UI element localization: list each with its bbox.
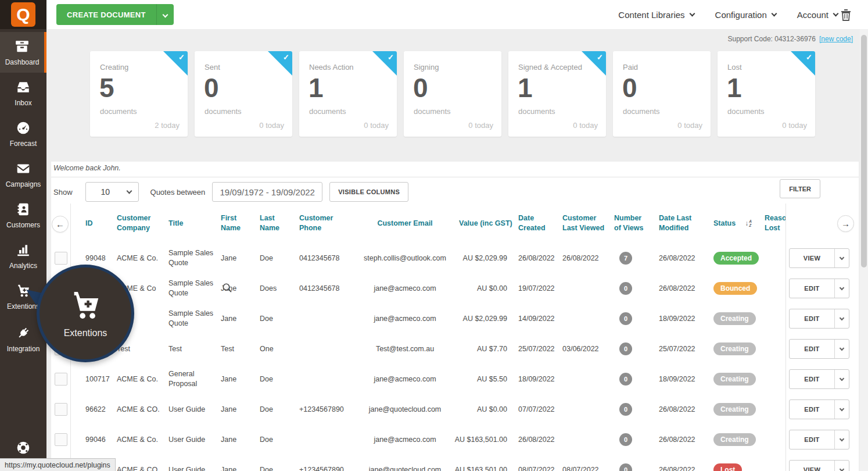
col-header-status[interactable]: Status ↓ AZ	[693, 219, 756, 229]
cart-plus-icon	[69, 288, 102, 322]
row-action-button[interactable]: EDIT	[789, 430, 849, 449]
col-header-id[interactable]: ID	[70, 219, 106, 229]
row-action-dropdown[interactable]	[834, 461, 849, 471]
card-count: 5	[99, 72, 114, 104]
chevron-down-icon	[840, 315, 844, 320]
vertical-scrollbar[interactable]	[860, 29, 868, 471]
cell-last-name: Doe	[251, 374, 290, 384]
col-header-first-name[interactable]: First Name	[214, 213, 251, 233]
cell-value: AU $2,029.99	[454, 314, 518, 324]
trash-icon[interactable]	[840, 8, 852, 21]
row-action-dropdown[interactable]	[834, 249, 849, 267]
card-today-count: 0 today	[782, 121, 807, 130]
col-header-customer-phone[interactable]: Customer Phone	[290, 213, 356, 233]
sidebar-item-dashboard[interactable]: Dashboard	[0, 32, 46, 73]
col-header-date-last-modified[interactable]: Date Last Modified	[644, 213, 693, 233]
row-checkbox[interactable]	[55, 252, 67, 265]
row-action-dropdown[interactable]	[834, 279, 849, 298]
sidebar-item-analytics[interactable]: Analytics	[0, 236, 46, 276]
col-header-reason-lost[interactable]: Reason Lost	[756, 213, 785, 233]
row-checkbox[interactable]	[55, 403, 67, 416]
cell-customer-email: Test@test.com.au	[356, 344, 454, 354]
new-code-link[interactable]: [new code]	[819, 35, 853, 43]
cell-status: Creating	[693, 403, 756, 416]
cell-value: AU $0.00	[454, 405, 518, 415]
sidebar-item-campaigns[interactable]: Campaigns	[0, 154, 46, 195]
cell-number-of-views: 0	[608, 342, 644, 355]
cell-date-last-modified: 26/08/2022	[644, 405, 693, 415]
col-header-value[interactable]: Value (inc GST)	[454, 219, 518, 229]
col-header-number-of-views[interactable]: Number of Views	[608, 213, 644, 233]
status-card[interactable]: Lost 1 documents 0 today ✓	[718, 51, 815, 137]
cell-last-name: One	[251, 344, 290, 354]
cell-value: AU $163,501.00	[454, 465, 518, 471]
menu-configuration[interactable]: Configuration	[715, 10, 776, 20]
menu-content-libraries[interactable]: Content Libraries	[618, 10, 694, 20]
sidebar-item-customers[interactable]: Customers	[0, 195, 46, 236]
scroll-columns-right-button[interactable]: →	[837, 215, 854, 232]
row-checkbox[interactable]	[55, 373, 67, 386]
sort-a-z-icon[interactable]: ↓ AZ	[745, 219, 752, 228]
status-card[interactable]: Creating 5 documents 2 today ✓	[90, 51, 188, 137]
views-badge: 0	[619, 312, 632, 325]
cell-status: Accepted	[693, 252, 756, 265]
cell-customer-email: jane@acmeco.com	[356, 284, 454, 294]
cell-first-name: Jane	[214, 284, 251, 294]
cell-title: Sample Sales Quote	[160, 309, 214, 329]
chevron-down-icon	[840, 406, 844, 411]
create-document-button[interactable]: CREATE DOCUMENT	[56, 4, 174, 25]
status-card[interactable]: Sent 0 documents 0 today ✓	[195, 51, 292, 137]
table-row: 99048 ACME & Co. Sample Sales Quote Jane…	[51, 243, 830, 273]
row-action-dropdown[interactable]	[834, 400, 849, 419]
row-action-button[interactable]: EDIT	[789, 339, 849, 359]
sidebar-item-label: Inbox	[15, 99, 31, 107]
table-header-row: ID Customer Company Title First Name Las…	[51, 204, 830, 243]
cell-customer-email: steph.collis@outlook.com	[356, 254, 454, 263]
col-header-customer-company[interactable]: Customer Company	[106, 213, 160, 233]
status-card[interactable]: Needs Action 1 documents 0 today ✓	[299, 51, 397, 137]
cell-title: Sample Sales Quote	[160, 248, 214, 268]
status-badge: Creating	[713, 403, 756, 416]
row-action-dropdown[interactable]	[834, 430, 849, 449]
cell-customer-phone: +1234567890	[290, 405, 356, 415]
sidebar-item-label: Customers	[6, 221, 40, 229]
row-action-button[interactable]: EDIT	[789, 369, 849, 389]
sidebar-item-forecast[interactable]: Forecast	[0, 113, 46, 154]
row-action-dropdown[interactable]	[834, 309, 849, 328]
col-header-customer-email[interactable]: Customer Email	[356, 219, 454, 229]
main-panel: Welcome back John. Show 10 Quotes betwee…	[51, 162, 859, 471]
row-action-label: VIEW	[790, 461, 834, 471]
row-checkbox[interactable]	[55, 433, 67, 446]
status-card[interactable]: Signing 0 documents 0 today ✓	[404, 51, 501, 137]
row-action-button[interactable]: EDIT	[789, 279, 849, 298]
status-card[interactable]: Signed & Accepted 1 documents 0 today ✓	[508, 51, 606, 137]
col-header-date-created[interactable]: Date Created	[518, 213, 562, 233]
row-action-dropdown[interactable]	[834, 340, 849, 358]
row-action-button[interactable]: VIEW	[789, 248, 849, 268]
row-action-button[interactable]: VIEW	[789, 460, 849, 471]
status-badge: Creating	[713, 312, 756, 325]
col-header-title[interactable]: Title	[160, 219, 214, 229]
views-badge: 0	[619, 463, 632, 471]
menu-account[interactable]: Account	[797, 10, 838, 20]
card-unit: documents	[727, 107, 765, 116]
quotecloud-logo[interactable]: Q	[11, 2, 35, 27]
row-action-button[interactable]: EDIT	[789, 309, 849, 329]
cell-title: User Guide	[160, 435, 214, 445]
row-action-button[interactable]: EDIT	[789, 399, 849, 419]
status-badge: Bounced	[713, 282, 757, 295]
views-badge: 0	[619, 403, 632, 416]
scrollbar-thumb[interactable]	[861, 35, 867, 267]
cell-customer-last-viewed: 03/06/2022	[562, 344, 608, 354]
create-document-dropdown[interactable]	[156, 4, 174, 25]
scroll-columns-left-button[interactable]: ←	[52, 216, 69, 233]
status-badge: Accepted	[713, 252, 759, 265]
sidebar-item-inbox[interactable]: Inbox	[0, 73, 46, 113]
col-header-last-name[interactable]: Last Name	[251, 213, 290, 233]
col-header-customer-last-viewed[interactable]: Customer Last Viewed	[562, 213, 608, 233]
cell-date-last-modified: 25/07/2022	[644, 344, 693, 354]
card-unit: documents	[100, 107, 137, 116]
status-card[interactable]: Paid 0 documents 0 today ✓	[613, 51, 711, 137]
filter-button[interactable]: FILTER	[780, 179, 820, 198]
row-action-dropdown[interactable]	[834, 370, 849, 388]
